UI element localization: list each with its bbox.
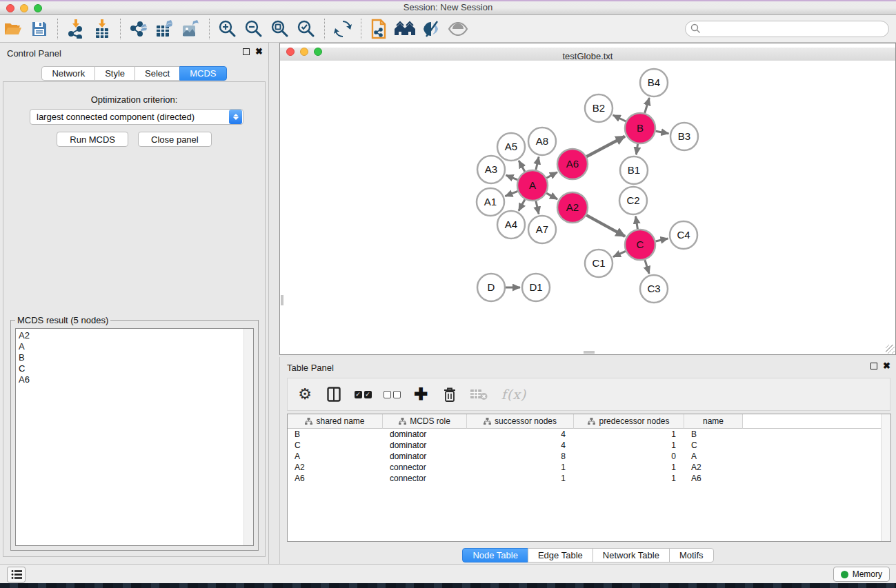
table-tab-motifs[interactable]: Motifs (669, 548, 714, 562)
gear-icon[interactable]: ⚙ (296, 385, 314, 403)
delete-column-icon[interactable] (441, 385, 459, 403)
table-row[interactable]: A2connector11A2 (288, 462, 881, 473)
network-canvas[interactable]: B4B2BB3A8A5A6A3B1AC2A1A2A4A7C4CC1DD1C3 (280, 61, 895, 354)
graph-node-B3[interactable]: B3 (670, 123, 698, 150)
search-field[interactable] (685, 21, 889, 37)
task-history-button[interactable] (7, 567, 26, 582)
edge-B-B3[interactable] (656, 131, 669, 134)
tab-mcds[interactable]: MCDS (179, 66, 226, 81)
edge-A-A5[interactable] (519, 161, 525, 172)
open-file-icon[interactable] (1, 18, 25, 40)
result-list-scrollbar[interactable] (243, 329, 253, 545)
graph-node-A1[interactable]: A1 (477, 188, 504, 216)
table-row[interactable]: Adominator80A (288, 451, 881, 462)
cell-predecessor_nodes-row3[interactable]: 1 (574, 462, 684, 473)
edge-A-A7[interactable] (536, 201, 539, 214)
cell-name-row1[interactable]: C (684, 440, 743, 451)
result-item-a2[interactable]: A2 (19, 330, 243, 341)
import-network-icon[interactable] (64, 18, 88, 40)
zoom-fit-icon[interactable] (268, 18, 292, 40)
cell-successor_nodes-row0[interactable]: 4 (467, 429, 574, 440)
memory-button[interactable]: Memory (833, 567, 890, 582)
cell-mcds_role-row2[interactable]: dominator (383, 451, 467, 462)
cell-shared_name-row3[interactable]: A2 (288, 462, 383, 473)
window-resize-grip[interactable] (886, 345, 895, 354)
cell-predecessor_nodes-row4[interactable]: 1 (574, 473, 684, 484)
graph-node-D[interactable]: D (477, 274, 505, 301)
edge-C-C1[interactable] (613, 251, 626, 256)
graph-node-C4[interactable]: C4 (670, 221, 697, 249)
cell-successor_nodes-row1[interactable]: 4 (467, 440, 574, 451)
graph-node-C3[interactable]: C3 (640, 275, 668, 303)
table-row[interactable]: Bdominator41B (288, 429, 881, 440)
cell-shared_name-row4[interactable]: A6 (288, 473, 383, 484)
apply-layout-icon[interactable] (331, 18, 355, 40)
graph-node-B2[interactable]: B2 (585, 94, 613, 122)
cell-shared_name-row1[interactable]: C (288, 440, 383, 451)
home-icon[interactable] (394, 18, 417, 40)
table-tab-network-table[interactable]: Network Table (593, 548, 670, 562)
graph-node-A[interactable]: A (517, 170, 548, 201)
graph-node-B[interactable]: B (625, 113, 655, 143)
edge-C-C4[interactable] (656, 239, 668, 241)
deselect-all-icon[interactable] (383, 385, 401, 403)
table-tab-edge-table[interactable]: Edge Table (528, 548, 593, 562)
edge-A-A8[interactable] (536, 157, 539, 170)
column-header-successor-nodes[interactable]: successor nodes (467, 414, 574, 429)
tab-network[interactable]: Network (41, 66, 95, 81)
table-scrollbar[interactable] (881, 414, 890, 541)
export-table-icon[interactable] (153, 18, 177, 40)
cell-mcds_role-row4[interactable]: connector (383, 473, 467, 484)
edge-B-B1[interactable] (636, 144, 637, 154)
cell-successor_nodes-row2[interactable]: 8 (467, 451, 574, 462)
vertical-scroll-indicator[interactable] (281, 295, 283, 305)
toggle-graphics-details-icon[interactable] (420, 18, 444, 40)
graph-node-A4[interactable]: A4 (497, 211, 525, 239)
cell-mcds_role-row0[interactable]: dominator (383, 429, 467, 440)
export-network-icon[interactable] (127, 18, 150, 40)
graph-node-D1[interactable]: D1 (522, 274, 550, 301)
zoom-out-icon[interactable] (242, 18, 266, 40)
cell-predecessor_nodes-row1[interactable]: 1 (574, 440, 684, 451)
tab-style[interactable]: Style (94, 66, 135, 81)
result-item-c[interactable]: C (19, 363, 243, 374)
result-item-a6[interactable]: A6 (19, 374, 243, 385)
show-hide-icon[interactable] (446, 18, 470, 40)
function-builder-icon[interactable]: f(x) (499, 385, 529, 403)
close-table-panel-icon[interactable]: ✖ (883, 363, 890, 369)
search-input[interactable] (701, 24, 888, 34)
edge-C-C3[interactable] (645, 260, 649, 274)
cell-name-row2[interactable]: A (684, 451, 743, 462)
graph-node-C[interactable]: C (625, 230, 655, 260)
zoom-selected-icon[interactable] (295, 18, 318, 40)
graph-node-B1[interactable]: B1 (620, 156, 648, 184)
cell-name-row4[interactable]: A6 (684, 473, 743, 484)
graph-node-A3[interactable]: A3 (477, 156, 505, 183)
graph-node-A8[interactable]: A8 (528, 128, 556, 155)
edge-A-A4[interactable] (519, 199, 525, 211)
cell-mcds_role-row3[interactable]: connector (383, 462, 467, 473)
cell-shared_name-row0[interactable]: B (288, 429, 383, 440)
import-table-icon[interactable] (90, 18, 114, 40)
run-mcds-button[interactable]: Run MCDS (57, 132, 128, 147)
column-selector-icon[interactable] (325, 385, 343, 403)
table-tab-node-table[interactable]: Node Table (462, 548, 528, 562)
edge-A-A3[interactable] (506, 175, 518, 180)
select-all-icon[interactable]: ✓✓ (354, 385, 372, 403)
column-header-mcds-role[interactable]: MCDS role (383, 414, 467, 429)
add-column-icon[interactable]: ✚ (412, 385, 430, 403)
network-graph[interactable]: B4B2BB3A8A5A6A3B1AC2A1A2A4A7C4CC1DD1C3 (280, 61, 895, 354)
close-panel-icon[interactable]: ✖ (255, 48, 263, 55)
save-session-icon[interactable] (28, 18, 51, 40)
clone-network-icon[interactable] (368, 18, 391, 40)
cell-predecessor_nodes-row2[interactable]: 0 (574, 451, 684, 462)
close-panel-button[interactable]: Close panel (138, 132, 212, 147)
cell-predecessor_nodes-row0[interactable]: 1 (574, 429, 684, 440)
graph-node-B4[interactable]: B4 (640, 69, 668, 97)
horizontal-scroll-indicator[interactable] (584, 351, 595, 354)
graph-node-C1[interactable]: C1 (585, 250, 613, 277)
edge-A6-B[interactable] (586, 136, 625, 157)
column-header-shared-name[interactable]: shared name (288, 414, 383, 429)
graph-node-A6[interactable]: A6 (557, 149, 588, 179)
criterion-dropdown[interactable]: largest connected component (directed) (30, 109, 243, 125)
